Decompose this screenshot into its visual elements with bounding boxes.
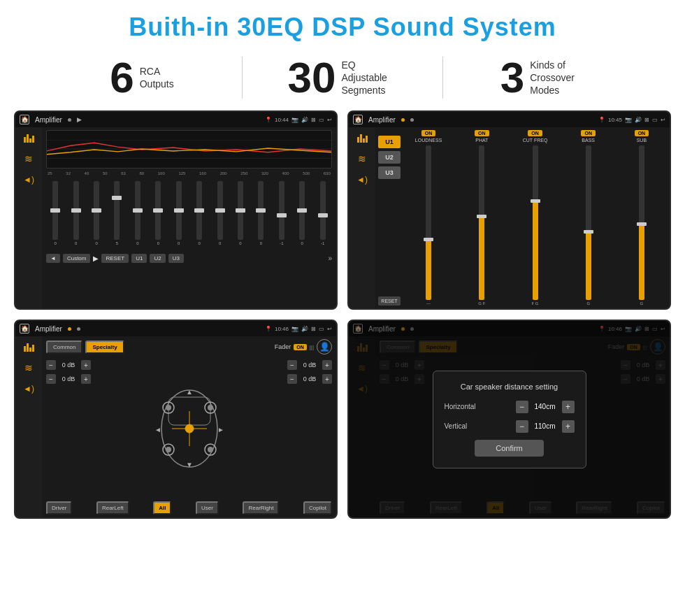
dialog-horizontal-label: Horizontal bbox=[445, 403, 476, 410]
eq-u3-btn[interactable]: U3 bbox=[168, 254, 184, 263]
eq-slider-13[interactable]: 0 bbox=[299, 181, 305, 245]
eq-graph-svg bbox=[47, 131, 331, 168]
amp-topbar-right: 📍 10:45 📷 🔊 ⊠ ▭ ↩ bbox=[598, 117, 665, 123]
eq-play-btn[interactable]: ▶ bbox=[93, 255, 99, 262]
db-plus-4[interactable]: + bbox=[322, 374, 332, 384]
eq-u2-btn[interactable]: U2 bbox=[150, 254, 165, 263]
stat-crossover-number: 3 bbox=[500, 56, 524, 99]
fader-bottom-row: Driver RearLeft All User RearRight Copil… bbox=[46, 501, 332, 515]
eq-slider-7[interactable]: 0 bbox=[176, 181, 182, 245]
eq-slider-12[interactable]: -1 bbox=[279, 181, 284, 245]
dialog-title: Car speaker distance setting bbox=[445, 382, 575, 391]
fader-bars: ||| bbox=[310, 344, 314, 350]
stat-crossover: 3 Kinds ofCrossover Modes bbox=[443, 56, 643, 99]
location-icon-2: 📍 bbox=[598, 117, 605, 123]
db-minus-3[interactable]: − bbox=[287, 360, 297, 370]
fader-time: 10:46 bbox=[275, 326, 289, 332]
fader-rearleft-btn[interactable]: RearLeft bbox=[96, 501, 129, 515]
dialog-horizontal-minus[interactable]: − bbox=[516, 401, 528, 413]
fader-user-btn[interactable]: User bbox=[196, 501, 219, 515]
amp-cutfreq-toggle[interactable]: ON bbox=[528, 130, 542, 136]
eq-prev-btn[interactable]: ◄ bbox=[46, 254, 60, 263]
eq-slider-5[interactable]: 0 bbox=[135, 181, 140, 245]
eq-u1-btn[interactable]: U1 bbox=[131, 254, 147, 263]
amp-sub-slider[interactable] bbox=[639, 145, 644, 300]
amp-speaker-icon[interactable]: ◄) bbox=[354, 173, 370, 186]
eq-more-icon[interactable]: » bbox=[328, 255, 332, 262]
amp-loudness-toggle[interactable]: ON bbox=[421, 130, 436, 136]
db-minus-2[interactable]: − bbox=[46, 374, 56, 384]
amp-wave-icon[interactable]: ≋ bbox=[354, 152, 370, 165]
eq-slider-1[interactable]: 0 bbox=[52, 181, 58, 245]
amp-u2-btn[interactable]: U2 bbox=[378, 151, 401, 164]
fader-label: Fader bbox=[275, 343, 291, 350]
screen-fader: 🏠 Amplifier 📍 10:46 📷 🔊 ⊠ ▭ ↩ bbox=[14, 320, 338, 519]
eq-slider-8[interactable]: 0 bbox=[196, 181, 202, 245]
fader-common-tab[interactable]: Common bbox=[46, 341, 82, 354]
dialog-confirm-button[interactable]: Confirm bbox=[475, 440, 544, 457]
dialog-vertical-plus[interactable]: + bbox=[562, 420, 575, 433]
eq-slider-4[interactable]: 5 bbox=[114, 181, 120, 245]
back-icon-3[interactable]: ↩ bbox=[327, 326, 332, 332]
person-icon[interactable]: 👤 bbox=[317, 339, 332, 354]
db-plus-3[interactable]: + bbox=[322, 360, 332, 370]
amp-sub-group: ON SUB G bbox=[616, 130, 667, 306]
amp-bass-toggle[interactable]: ON bbox=[581, 130, 596, 136]
db-minus-4[interactable]: − bbox=[287, 374, 297, 384]
dialog-vertical-minus[interactable]: − bbox=[516, 420, 528, 433]
eq-reset-btn[interactable]: RESET bbox=[101, 254, 129, 263]
amp-screen-content: ≋ ◄) U1 U2 U3 RESET bbox=[349, 127, 670, 308]
fader-driver-btn[interactable]: Driver bbox=[46, 501, 72, 515]
amp-cutfreq-value: F G bbox=[532, 301, 539, 306]
fader-wave-icon[interactable]: ≋ bbox=[20, 361, 37, 374]
dialog-vertical-control: − 110cm + bbox=[516, 420, 575, 433]
dialog-horizontal-plus[interactable]: + bbox=[562, 401, 575, 413]
back-icon-2[interactable]: ↩ bbox=[661, 117, 665, 123]
amp-u3-btn[interactable]: U3 bbox=[378, 166, 401, 179]
eq-slider-3[interactable]: 0 bbox=[94, 181, 99, 245]
fader-all-btn[interactable]: All bbox=[153, 501, 171, 515]
fader-eq-icon[interactable] bbox=[20, 341, 37, 353]
eq-icon[interactable] bbox=[20, 131, 37, 144]
eq-slider-10[interactable]: 0 bbox=[238, 181, 243, 245]
status-dot-5 bbox=[77, 327, 80, 331]
home-icon-2[interactable]: 🏠 bbox=[353, 115, 363, 124]
stat-rca: 6 RCAOutputs bbox=[42, 56, 242, 99]
amp-phat-toggle[interactable]: ON bbox=[475, 130, 489, 136]
db-minus-1[interactable]: − bbox=[46, 360, 56, 370]
eq-slider-14[interactable]: -1 bbox=[320, 181, 326, 245]
db-value-3: 0 dB bbox=[299, 361, 320, 368]
db-plus-1[interactable]: + bbox=[81, 360, 91, 370]
stat-rca-text: RCAOutputs bbox=[140, 65, 174, 90]
fader-specialty-tab[interactable]: Specialty bbox=[85, 341, 124, 354]
amp-sidebar: ≋ ◄) bbox=[349, 127, 375, 308]
home-icon[interactable]: 🏠 bbox=[20, 115, 29, 124]
fader-copilot-btn[interactable]: Copilot bbox=[303, 501, 332, 515]
eq-slider-6[interactable]: 0 bbox=[155, 181, 161, 245]
amp-reset-btn[interactable]: RESET bbox=[378, 296, 401, 306]
amp-bass-label: BASS bbox=[582, 138, 595, 143]
speaker-icon[interactable]: ◄) bbox=[20, 173, 37, 186]
eq-preset-custom[interactable]: Custom bbox=[63, 254, 91, 263]
camera-icon-2: 📷 bbox=[625, 117, 632, 123]
eq-slider-2[interactable]: 0 bbox=[73, 181, 79, 245]
amp-phat-slider[interactable] bbox=[479, 145, 484, 300]
db-plus-2[interactable]: + bbox=[81, 374, 91, 384]
amp-phat-value: G F bbox=[478, 301, 485, 306]
home-icon-3[interactable]: 🏠 bbox=[20, 324, 29, 334]
eq-topbar-title: Amplifier bbox=[35, 116, 62, 124]
amp-bass-slider[interactable] bbox=[586, 145, 591, 300]
svg-point-12 bbox=[166, 405, 171, 410]
fader-speaker-icon[interactable]: ◄) bbox=[20, 382, 37, 395]
amp-cutfreq-slider[interactable] bbox=[533, 145, 538, 300]
amp-loudness-slider[interactable] bbox=[426, 145, 431, 300]
wave-icon[interactable]: ≋ bbox=[20, 152, 37, 165]
amp-eq-icon[interactable] bbox=[354, 131, 370, 144]
eq-slider-11[interactable]: 0 bbox=[258, 181, 264, 245]
eq-slider-9[interactable]: 0 bbox=[217, 181, 223, 245]
back-icon[interactable]: ↩ bbox=[327, 117, 332, 123]
fader-rearright-btn[interactable]: RearRight bbox=[243, 501, 279, 515]
amp-sub-toggle[interactable]: ON bbox=[635, 130, 649, 136]
stat-rca-number: 6 bbox=[110, 56, 134, 99]
amp-u1-btn[interactable]: U1 bbox=[378, 136, 401, 148]
